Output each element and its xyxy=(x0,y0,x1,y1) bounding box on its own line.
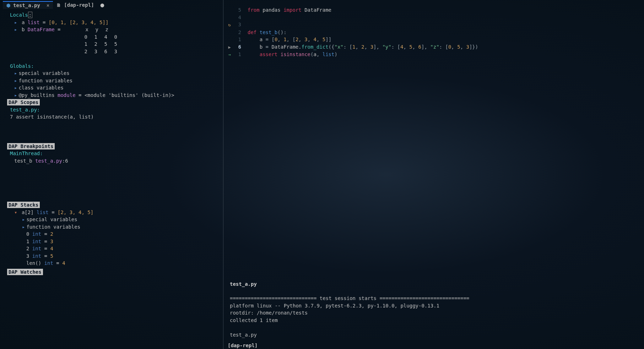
terminal-line: ============================= test sessi… xyxy=(230,295,638,302)
dataframe-row: 2363 xyxy=(10,48,220,55)
scopes-file: test_a.py: xyxy=(10,106,220,114)
stack-child[interactable]: len() int = 4 xyxy=(10,260,220,267)
line-number: 2 xyxy=(233,29,241,36)
stack-child[interactable]: 1 int = 3 xyxy=(10,238,220,245)
globals-item[interactable]: ▸class variables xyxy=(10,84,220,92)
dataframe-row: 0140 xyxy=(10,33,220,41)
bottom-status-tab[interactable]: [dap-repl] xyxy=(223,342,644,349)
tab-bar: ⬢ test_a.py × 🗎 [dap-repl] ● xyxy=(0,0,223,10)
terminal-line xyxy=(230,324,638,331)
chevron-right-icon: ▸ xyxy=(14,20,17,25)
chevron-right-icon: ▸ xyxy=(14,78,17,83)
breakpoint-entry[interactable]: test_b test_a.py:6 xyxy=(10,157,220,165)
globals-item[interactable]: ▸@py_builtins module = <module 'builtins… xyxy=(10,92,220,99)
locals-var-b[interactable]: ▸ b DataFrame = xyz xyxy=(10,26,220,33)
code-text: def test_b(): xyxy=(248,29,287,36)
code-text: b = DataFrame.from_dict({"x": [1, 2, 3],… xyxy=(248,43,478,51)
dap-stacks-header: DAP Stacks xyxy=(7,201,220,209)
tab-label: test_a.py xyxy=(13,2,40,8)
stack-child[interactable]: ▸special variables xyxy=(10,216,220,223)
editor-panel: 5from pandas import DataFrame4↻32def tes… xyxy=(223,0,644,349)
locals-var-a[interactable]: ▸ a list = [0, 1, [2, 3, 4, 5]] xyxy=(10,19,220,26)
code-text: assert isinstance(a, list) xyxy=(248,51,337,58)
line-number: 1 xyxy=(233,36,241,43)
breakpoint-thread: MainThread: xyxy=(10,150,220,157)
debug-sidebar: ⬢ test_a.py × 🗎 [dap-repl] ● Locals: ▸ a… xyxy=(0,0,223,349)
chevron-right-icon: ▸ xyxy=(14,27,17,32)
line-number: 5 xyxy=(233,6,241,14)
dataframe-row: 1255 xyxy=(10,40,220,48)
dap-scopes-header: DAP Scopes xyxy=(7,99,220,106)
terminal-line: platform linux -- Python 3.7.9, pytest-6… xyxy=(230,302,638,310)
tab-dap-repl[interactable]: 🗎 [dap-repl] ● xyxy=(53,1,108,9)
globals-header: Globals: xyxy=(10,62,220,70)
code-line[interactable]: ↻3 xyxy=(226,21,644,29)
python-icon: ⬢ xyxy=(6,3,10,8)
stack-child[interactable]: ▸function variables xyxy=(10,223,220,231)
locals-header: Locals: xyxy=(10,11,220,19)
line-number: 6 xyxy=(233,43,241,51)
cycle-icon: ↻ xyxy=(226,21,233,29)
tab-test-a-py[interactable]: ⬢ test_a.py × xyxy=(3,1,53,9)
code-line[interactable]: 5from pandas import DataFrame xyxy=(226,6,644,14)
terminal-line: rootdir: /home/ronan/tests xyxy=(230,309,638,317)
terminal-output[interactable]: test_a.py ============================= … xyxy=(223,277,644,342)
code-line[interactable]: 4 xyxy=(226,14,644,21)
chevron-right-icon: ▸ xyxy=(22,217,25,222)
stack-var-a2[interactable]: ▾ a[2] list = [2, 3, 4, 5] xyxy=(10,209,220,216)
code-text: from pandas import DataFrame xyxy=(248,6,331,14)
line-number: 4 xyxy=(233,14,241,21)
dataframe-preview: xyz xyxy=(69,26,108,33)
globals-item[interactable]: ▸special variables xyxy=(10,70,220,77)
terminal-file-title: test_a.py xyxy=(230,280,638,288)
dap-breakpoints-header: DAP Breakpoints xyxy=(7,143,220,150)
chevron-right-icon: ▸ xyxy=(22,224,25,230)
chevron-down-icon: ▾ xyxy=(14,209,17,215)
terminal-line: test_a.py xyxy=(230,331,638,339)
globals-item[interactable]: ▸function variables xyxy=(10,77,220,84)
line-number: 3 xyxy=(233,21,241,28)
modified-indicator-icon: ● xyxy=(101,3,104,7)
code-line[interactable]: ▶6 b = DataFrame.from_dict({"x": [1, 2, … xyxy=(226,43,644,51)
code-text: a = [0, 1, [2, 3, 4, 5]] xyxy=(248,36,331,43)
stack-child[interactable]: 2 int = 4 xyxy=(10,245,220,252)
code-line[interactable]: 2def test_b(): xyxy=(226,29,644,36)
chevron-right-icon: ▸ xyxy=(14,85,17,91)
code-line[interactable]: 1 a = [0, 1, [2, 3, 4, 5]] xyxy=(226,36,644,43)
chevron-right-icon: ▸ xyxy=(14,92,17,98)
code-line[interactable]: →1 assert isinstance(a, list) xyxy=(226,51,644,59)
line-number: 1 xyxy=(233,51,241,58)
chevron-right-icon: ▸ xyxy=(14,70,17,76)
terminal-line: collected 1 item xyxy=(230,317,638,324)
stack-child[interactable]: 3 int = 5 xyxy=(10,252,220,260)
next-line-icon: → xyxy=(226,51,233,59)
close-icon[interactable]: × xyxy=(47,2,49,8)
dap-watches-header: DAP Watches xyxy=(7,268,220,276)
breakpoint-current-icon: ▶ xyxy=(226,44,233,51)
file-icon: 🗎 xyxy=(56,2,61,8)
scopes-line: 7 assert isinstance(a, list) xyxy=(10,113,220,121)
tab-label: [dap-repl] xyxy=(64,2,94,8)
debug-scopes-content[interactable]: Locals: ▸ a list = [0, 1, [2, 3, 4, 5]] … xyxy=(0,10,223,277)
cursor: : xyxy=(28,12,32,18)
code-editor[interactable]: 5from pandas import DataFrame4↻32def tes… xyxy=(223,0,644,277)
stack-child[interactable]: 0 int = 2 xyxy=(10,230,220,238)
